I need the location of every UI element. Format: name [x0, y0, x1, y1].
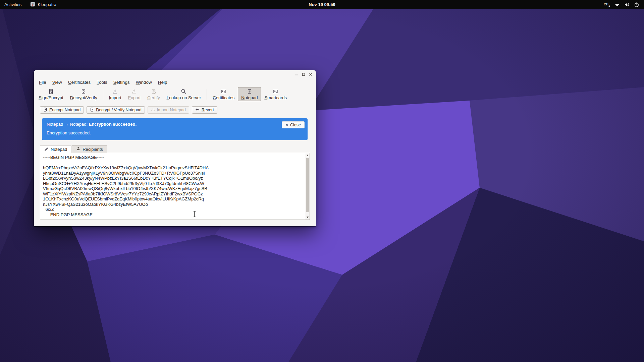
- action-bar: Encrypt Notepad Decrypt / Verify Notepad…: [34, 103, 316, 114]
- notepad-editor[interactable]: -----BEGIN PGP MESSAGE----- hQEMA+PbqxcV…: [40, 153, 310, 220]
- search-icon: [181, 88, 186, 95]
- certificates-icon: [221, 88, 226, 95]
- banner-detail: Encryption succeeded.: [47, 130, 303, 135]
- close-icon: ×: [285, 123, 288, 127]
- menu-tools[interactable]: Tools: [94, 79, 110, 85]
- revert-button[interactable]: Revert: [192, 106, 217, 114]
- certify-icon: [151, 88, 156, 95]
- toolbar-certify[interactable]: Certify: [144, 87, 163, 101]
- pgp-line: WF1zXfYlWzpINZsPA6a0b7lKfOWSr8VVcsr7YYz7…: [43, 191, 307, 197]
- pgp-message: -----BEGIN PGP MESSAGE----- hQEMA+PbqxcV…: [40, 153, 310, 219]
- pgp-line: 1O1KhTxcnzKG0uVdQEUESbmiPvdZqEqKMlb0ptxv…: [43, 196, 307, 202]
- toolbar-sign-encrypt[interactable]: Sign/Encrypt: [35, 87, 67, 101]
- volume-icon: [624, 2, 630, 7]
- toolbar-decrypt-verify[interactable]: Decrypt/Verify: [67, 87, 101, 101]
- scroll-down-button[interactable]: [305, 215, 310, 220]
- activities-button[interactable]: Activities: [0, 0, 26, 9]
- menu-settings[interactable]: Settings: [110, 79, 133, 85]
- import-icon: [112, 88, 118, 95]
- encrypt-notepad-button[interactable]: Encrypt Notepad: [40, 106, 84, 114]
- clock[interactable]: Nov 19 09:59: [309, 2, 335, 7]
- menu-bar: File View Certificates Tools Settings Wi…: [34, 78, 316, 86]
- toolbar-separator: [103, 89, 103, 100]
- export-icon: [131, 88, 137, 95]
- pgp-line: -----BEGIN PGP MESSAGE-----: [43, 155, 307, 160]
- kleopatra-app-icon: [30, 2, 35, 8]
- import-notepad-icon: [151, 108, 155, 113]
- tab-recipients[interactable]: Recipients: [72, 145, 107, 153]
- maximize-button[interactable]: [301, 71, 307, 77]
- sign-encrypt-icon: [48, 88, 54, 95]
- window-titlebar[interactable]: [34, 70, 316, 78]
- app-menu[interactable]: Kleopatra: [26, 0, 61, 9]
- person-icon: [76, 146, 80, 152]
- decrypt-verify-notepad-button[interactable]: Decrypt / Verify Notepad: [87, 106, 145, 114]
- tab-bar: Notepad Recipients: [40, 145, 310, 153]
- decrypt-verify-notepad-icon: [90, 108, 94, 113]
- toolbar-certificates[interactable]: Certificates: [209, 87, 238, 101]
- scrollbar-thumb[interactable]: [306, 158, 309, 212]
- top-bar: Activities Kleopatra Nov 19 09:59 en1: [0, 0, 644, 9]
- pgp-line: nJsYXwFSFQaS21u3oOaokYKGKG4bzyEfW5A7UOo=: [43, 202, 307, 207]
- minimize-button[interactable]: [293, 71, 300, 77]
- scroll-up-button[interactable]: [305, 153, 310, 158]
- tab-notepad[interactable]: Notepad: [40, 145, 71, 153]
- pgp-line: HkcpOuSCG+YHXYusjHuEFLESvC2L9bhd/29r3yVI…: [43, 181, 307, 186]
- pgp-line: V5maGqQcD6VBA00mwQSiQq8yWkohxlLbb10IO4vJ…: [43, 186, 307, 191]
- scrollbar-track[interactable]: [305, 158, 310, 215]
- toolbar: Sign/Encrypt Decrypt/Verify Import: [34, 86, 316, 103]
- power-icon: [634, 2, 639, 7]
- triangle-down-icon: [307, 217, 309, 218]
- pgp-line: yhra8WD1LnaDyA1ywgnjKLyV9N8OiWbgW/c0CpF3…: [43, 171, 307, 176]
- triangle-up-icon: [307, 155, 309, 156]
- banner-close-button[interactable]: × Close: [282, 121, 305, 128]
- menu-help[interactable]: Help: [155, 79, 170, 85]
- pgp-line: hQEMA+PbqxcVr2nEAQf+PXeXw19wlZ7+kQgVjnwM…: [43, 165, 307, 171]
- network-icon: [614, 2, 620, 7]
- toolbar-export[interactable]: Export: [125, 87, 144, 101]
- toolbar-notepad[interactable]: Notepad: [238, 87, 261, 101]
- import-notepad-button[interactable]: Import Notepad: [148, 106, 189, 114]
- menu-window[interactable]: Window: [133, 79, 155, 85]
- banner-title: Notepad → Notepad: Encryption succeeded.: [47, 122, 303, 127]
- editor-scrollbar[interactable]: [305, 153, 310, 220]
- pgp-line: -----END PGP MESSAGE-----: [43, 212, 307, 218]
- pgp-line: [43, 160, 307, 166]
- notepad-icon: [247, 88, 252, 95]
- menu-certificates[interactable]: Certificates: [65, 79, 94, 85]
- encrypt-notepad-icon: [43, 108, 47, 113]
- toolbar-smartcards[interactable]: Smartcards: [261, 87, 290, 101]
- revert-icon: [195, 108, 200, 113]
- pencil-icon: [44, 147, 49, 152]
- kleopatra-window: File View Certificates Tools Settings Wi…: [34, 70, 316, 226]
- smartcards-icon: [273, 88, 278, 95]
- toolbar-separator: [207, 89, 207, 100]
- pgp-line: =6c/Z: [43, 207, 307, 212]
- close-button[interactable]: [308, 71, 314, 77]
- toolbar-lookup-on-server[interactable]: Lookup on Server: [163, 87, 205, 101]
- notepad-tab-widget: Notepad Recipients -----BEGIN PGP MESSAG…: [40, 145, 310, 220]
- menu-file[interactable]: File: [36, 79, 49, 85]
- info-banner: Notepad → Notepad: Encryption succeeded.…: [42, 118, 308, 140]
- pgp-line: LGbf2cXvrVyhS3wZ43ky/yN4WPbzEkYI3a1S66fE…: [43, 176, 307, 181]
- keyboard-layout-indicator: en1: [604, 2, 610, 7]
- toolbar-import[interactable]: Import: [106, 87, 125, 101]
- menu-view[interactable]: View: [49, 79, 65, 85]
- system-status-area[interactable]: en1: [604, 0, 644, 9]
- app-menu-label: Kleopatra: [38, 2, 56, 7]
- decrypt-verify-icon: [81, 88, 86, 95]
